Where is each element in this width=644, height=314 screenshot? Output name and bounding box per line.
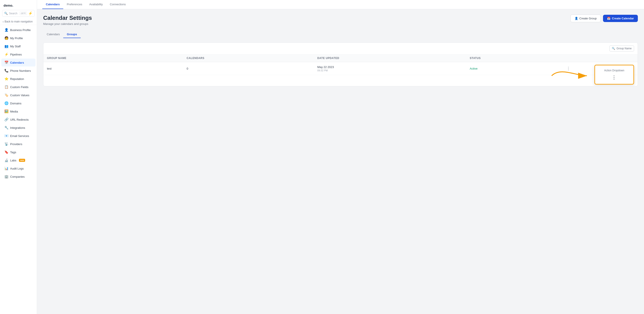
back-nav[interactable]: Back to main navigation [0, 18, 37, 25]
sidebar-item-integrations[interactable]: 🔧 Integrations [1, 124, 36, 132]
tags-icon: 🔖 [4, 150, 8, 154]
tab-groups-inner[interactable]: Groups [63, 31, 80, 38]
search-icon: 🔍 [4, 12, 8, 15]
sidebar-label-domains: Domains [10, 102, 22, 105]
badge-new: new [19, 159, 25, 162]
sidebar-item-reputation[interactable]: ⭐ Reputation [1, 75, 36, 83]
person-icon: 👤 [574, 17, 578, 20]
pagination: Previous 1 Next [44, 75, 638, 86]
sidebar-label-calendars: Calendars [10, 61, 24, 64]
sidebar-label-tags: Tags [10, 151, 16, 154]
dots-icon[interactable]: ⋮ [600, 75, 628, 80]
tab-calendars-inner[interactable]: Calendars [43, 31, 63, 38]
row-action-button[interactable]: ⋮ [565, 65, 572, 72]
sidebar-logo: demo. [0, 0, 37, 10]
col-status: Status [466, 54, 561, 62]
sidebar-item-url-redirects[interactable]: 🔗 URL Redirects [1, 116, 36, 124]
sidebar-label-my-staff: My Staff [10, 45, 20, 48]
sidebar-item-my-staff[interactable]: 👥 My Staff [1, 42, 36, 50]
sidebar-item-media[interactable]: 🖼️ Media [1, 107, 36, 115]
cell-date-updated: May 22 2023 09:32 PM [314, 62, 466, 75]
business-profile-icon: 👤 [4, 28, 8, 32]
sidebar-item-custom-fields[interactable]: 📋 Custom Fields [1, 83, 36, 91]
groups-table-container: 🔍 Group Name Group Name Calendars Date U… [43, 42, 638, 86]
table-header-row: Group Name Calendars Date Updated Status [44, 54, 638, 62]
sidebar-label-custom-values: Custom Values [10, 94, 29, 97]
sidebar-label-phone-numbers: Phone Numbers [10, 69, 31, 72]
col-group-name: Group Name [44, 54, 183, 62]
page-subtitle: Manage your calendars and groups [43, 22, 92, 25]
sidebar-item-companies[interactable]: 🏢 Companies [1, 173, 36, 181]
page-title: Calendar Settings [43, 14, 92, 21]
sidebar-item-labs[interactable]: 🔬 Labs new [1, 156, 36, 164]
sidebar-label-pipelines: Pipelines [10, 53, 22, 56]
sidebar-label-email-services: Email Services [10, 134, 29, 138]
tab-calendars[interactable]: Calendars [42, 0, 63, 9]
search-text: Search [9, 12, 18, 15]
media-icon: 🖼️ [4, 109, 8, 113]
companies-icon: 🏢 [4, 175, 8, 179]
sidebar-item-email-services[interactable]: 📧 Email Services [1, 132, 36, 140]
sidebar-item-providers[interactable]: 📡 Providers [1, 140, 36, 148]
table-row: test 0 May 22 2023 09:32 PM Active ⋮ [44, 62, 638, 75]
col-calendars: Calendars [183, 54, 314, 62]
inner-tabs: Calendars Groups [43, 31, 638, 38]
my-profile-icon: 🧑 [4, 36, 8, 40]
sidebar-label-my-profile: My Profile [10, 36, 23, 40]
cell-calendars: 0 [183, 62, 314, 75]
sidebar-nav: 👤 Business Profile 🧑 My Profile 👥 My Sta… [0, 26, 37, 181]
top-tabs: Calendars Preferences Availability Conne… [37, 0, 644, 9]
action-dropdown-popup[interactable]: Action Dropdown ⋮ [594, 65, 634, 84]
cell-group-name: test [44, 62, 183, 75]
tab-preferences[interactable]: Preferences [63, 0, 86, 9]
sidebar-label-audit-logs: Audit Logs [10, 167, 24, 170]
create-calendar-button[interactable]: 📅 Create Calendar [603, 15, 638, 22]
cell-status: Active [466, 62, 561, 75]
sidebar-label-reputation: Reputation [10, 77, 24, 81]
sidebar-item-my-profile[interactable]: 🧑 My Profile [1, 34, 36, 42]
bolt-icon[interactable]: ⚡ [28, 11, 32, 15]
sidebar-item-phone-numbers[interactable]: 📞 Phone Numbers [1, 67, 36, 75]
search-bar[interactable]: 🔍 Search ctrl K ⚡ [2, 10, 34, 17]
table-toolbar: 🔍 Group Name [44, 43, 638, 54]
col-date-updated: Date Updated [314, 54, 466, 62]
sidebar-label-business-profile: Business Profile [10, 28, 31, 32]
labs-icon: 🔬 [4, 158, 8, 162]
custom-fields-icon: 📋 [4, 85, 8, 89]
domains-icon: 🌐 [4, 101, 8, 105]
email-services-icon: 📧 [4, 134, 8, 138]
tab-connections[interactable]: Connections [106, 0, 129, 9]
col-actions [561, 54, 638, 62]
sidebar-label-providers: Providers [10, 142, 22, 146]
sidebar-item-custom-values[interactable]: 🏷️ Custom Values [1, 91, 36, 99]
audit-logs-icon: 📊 [4, 166, 8, 170]
sidebar-item-domains[interactable]: 🌐 Domains [1, 99, 36, 107]
calendars-icon: 📅 [4, 60, 8, 64]
search-shortcut: ctrl K [20, 12, 27, 15]
search-table-icon: 🔍 [612, 47, 615, 50]
phone-numbers-icon: 📞 [4, 69, 8, 73]
search-group-name[interactable]: 🔍 Group Name [610, 45, 634, 51]
sidebar-label-labs: Labs [10, 159, 16, 162]
create-group-button[interactable]: 👤 Create Group [570, 14, 601, 22]
sidebar-item-calendars[interactable]: 📅 Calendars [1, 58, 36, 66]
custom-values-icon: 🏷️ [4, 93, 8, 97]
integrations-icon: 🔧 [4, 126, 8, 130]
sidebar-item-audit-logs[interactable]: 📊 Audit Logs [1, 164, 36, 172]
sidebar-label-url-redirects: URL Redirects [10, 118, 29, 121]
my-staff-icon: 👥 [4, 44, 8, 48]
sidebar-item-tags[interactable]: 🔖 Tags [1, 148, 36, 156]
tab-availability[interactable]: Availability [86, 0, 106, 9]
groups-table: Group Name Calendars Date Updated Status… [44, 54, 638, 75]
sidebar-label-integrations: Integrations [10, 126, 25, 129]
providers-icon: 📡 [4, 142, 8, 146]
popup-title: Action Dropdown [600, 69, 628, 72]
sidebar-item-pipelines[interactable]: ⚡ Pipelines [1, 50, 36, 58]
page-title-section: Calendar Settings Manage your calendars … [43, 14, 92, 25]
sidebar-label-companies: Companies [10, 175, 25, 178]
header-actions: 👤 Create Group 📅 Create Calendar [570, 14, 638, 22]
sidebar-item-business-profile[interactable]: 👤 Business Profile [1, 26, 36, 34]
content-area: Calendar Settings Manage your calendars … [37, 9, 644, 314]
page-header: Calendar Settings Manage your calendars … [43, 14, 638, 25]
main-content: Calendars Preferences Availability Conne… [37, 0, 644, 314]
